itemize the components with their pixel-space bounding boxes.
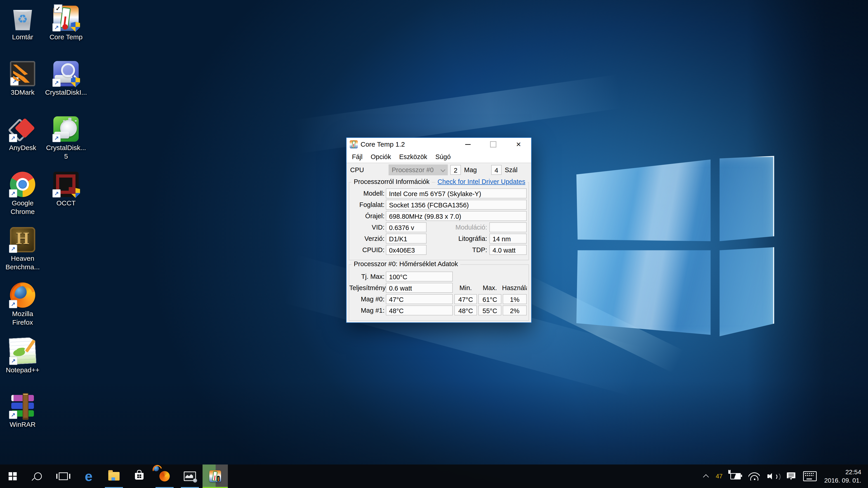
network-tray-button[interactable] <box>748 464 760 488</box>
desktop-icon-core-temp[interactable]: ✓ ↗ Core Temp <box>44 6 88 41</box>
desktop-icon-label: Mozilla Firefox <box>1 310 44 327</box>
action-center-icon <box>787 473 796 480</box>
minimize-button[interactable] <box>455 138 480 151</box>
heaven-benchmark-icon: ↗ <box>10 227 35 252</box>
close-icon: ✕ <box>516 141 521 148</box>
cpuid-value: 0x406E3 <box>386 245 427 255</box>
shortcut-arrow-icon: ↗ <box>9 411 17 419</box>
search-icon <box>34 473 42 480</box>
system-tray: 47 22:54 2016. 09. 01. <box>704 464 868 488</box>
temperature-group: Processzor #0: Hőmérséklet Adatok Tj. Ma… <box>349 264 529 321</box>
desktop-icon-heaven-benchmark[interactable]: ↗ Heaven Benchma... <box>1 227 44 271</box>
selected-checkbox-icon[interactable]: ✓ <box>54 4 62 13</box>
frequency-label: Órajel: <box>349 211 384 221</box>
chevron-up-icon <box>703 474 709 480</box>
processor-info-group-title: Processzorról Információk <box>351 178 432 186</box>
windows-start-icon <box>8 472 17 480</box>
core0-load: 1% <box>503 294 527 304</box>
desktop-icon-occt[interactable]: ↗ OCCT <box>44 172 88 207</box>
edge-icon: e <box>85 469 92 483</box>
recycle-bin-icon <box>10 6 35 31</box>
window-title: Core Temp 1.2 <box>361 140 405 148</box>
socket-value: Socket 1356 (FCBGA1356) <box>386 200 527 210</box>
desktop-icon-label: AnyDesk <box>1 143 44 152</box>
model-label: Modell: <box>349 188 384 198</box>
tjmax-label: Tj. Max: <box>349 271 384 282</box>
desktop-icon-recycle-bin[interactable]: Lomtár <box>1 6 44 41</box>
windows-logo <box>569 156 774 338</box>
uac-shield-icon <box>71 77 80 87</box>
desktop-icon-crystaldiskmark[interactable]: ↗ CrystalDisk... 5 <box>44 116 88 161</box>
start-button[interactable] <box>0 464 25 488</box>
menu-help[interactable]: Súgó <box>431 151 455 162</box>
window-controls: ✕ <box>455 138 531 151</box>
menu-options[interactable]: Opciók <box>367 151 395 162</box>
processor-select-value: Processzor #0 <box>392 166 434 173</box>
shortcut-arrow-icon: ↗ <box>53 78 61 87</box>
speaker-icon <box>767 472 779 481</box>
firefox-icon: ↗ <box>10 283 35 308</box>
shortcut-arrow-icon: ↗ <box>9 300 17 308</box>
desktop-icon-mozilla-firefox[interactable]: ↗ Mozilla Firefox <box>1 283 44 327</box>
desktop-icon-notepad-plus-plus[interactable]: ↗ Notepad++ <box>1 338 44 375</box>
firefox-taskbar-button[interactable] <box>152 464 177 488</box>
column-header-max: Max. <box>478 283 501 293</box>
desktop-screen: Lomtár ✓ ↗ Core Temp ↗ 3DMark ↗ CrystalD… <box>0 0 868 488</box>
desktop-icon-google-chrome[interactable]: ↗ Google Chrome <box>1 172 44 216</box>
store-taskbar-button[interactable] <box>127 464 152 488</box>
tdp-label: TDP: <box>431 245 487 255</box>
core1-min: 48°C <box>454 305 477 315</box>
desktop-icon-label: OCCT <box>44 199 88 207</box>
column-header-min: Min. <box>454 283 477 293</box>
action-center-button[interactable] <box>787 464 796 488</box>
tdp-value: 4.0 watt <box>489 245 527 255</box>
modulation-value <box>489 222 527 232</box>
model-value: Intel Core m5 6Y57 (Skylake-Y) <box>386 188 527 198</box>
task-view-button[interactable] <box>51 464 76 488</box>
modulation-label: Moduláció: <box>431 222 487 232</box>
maximize-button[interactable] <box>480 138 506 151</box>
search-button[interactable] <box>25 464 51 488</box>
winrar-icon: ↗ <box>10 393 35 418</box>
window-titlebar[interactable]: Core Temp 1.2 ✕ <box>346 138 531 151</box>
tray-expand-button[interactable] <box>704 464 708 488</box>
file-explorer-taskbar-button[interactable] <box>101 464 127 488</box>
desktop-icon-label: Google Chrome <box>1 199 44 216</box>
core0-min: 47°C <box>454 294 477 304</box>
tjmax-value: 100°C <box>386 271 453 282</box>
volume-tray-button[interactable] <box>767 464 779 488</box>
core-temp-taskbar-button[interactable] <box>203 464 228 488</box>
touch-keyboard-button[interactable] <box>803 464 817 488</box>
battery-tray-button[interactable] <box>730 464 741 488</box>
core-temp-tray-value[interactable]: 47 <box>716 464 722 488</box>
shortcut-arrow-icon: ↗ <box>53 23 61 31</box>
desktop-icon-label: Core Temp <box>44 33 88 41</box>
task-view-icon <box>59 473 68 480</box>
desktop-icon-label: 3DMark <box>1 88 44 97</box>
vid-label: VID: <box>349 222 384 232</box>
chrome-icon: ↗ <box>10 172 35 197</box>
taskbar-clock[interactable]: 22:54 2016. 09. 01. <box>825 468 861 485</box>
uac-shield-icon <box>71 22 80 32</box>
shortcut-arrow-icon: ↗ <box>10 77 19 86</box>
monitoring-app-icon <box>184 471 196 481</box>
close-button[interactable]: ✕ <box>506 138 531 151</box>
desktop-icon-label: Heaven Benchma... <box>1 254 44 271</box>
intel-driver-updates-link[interactable]: Check for Intel Driver Updates <box>435 178 528 186</box>
desktop-icon-3dmark[interactable]: ↗ 3DMark <box>1 61 44 97</box>
edge-taskbar-button[interactable]: e <box>76 464 101 488</box>
core-temp-app-icon[interactable] <box>350 140 358 149</box>
desktop-icon-label: CrystalDiskI... <box>44 88 88 97</box>
taskbar: e 47 <box>0 464 868 488</box>
core0-max: 61°C <box>478 294 501 304</box>
menu-tools[interactable]: Eszközök <box>395 151 431 162</box>
menu-file[interactable]: Fájl <box>348 151 367 162</box>
desktop-icon-anydesk[interactable]: ↗ AnyDesk <box>1 116 44 152</box>
desktop-icon-crystaldiskinfo[interactable]: ↗ CrystalDiskI... <box>44 61 88 97</box>
thread-count-box: 4 <box>491 165 502 175</box>
desktop-icon-winrar[interactable]: ↗ WinRAR <box>1 393 44 429</box>
processor-select[interactable]: Processzor #0 <box>389 164 448 175</box>
core1-load: 2% <box>503 305 527 315</box>
monitoring-app-taskbar-button[interactable] <box>177 464 203 488</box>
core-temp-icon: ✓ ↗ <box>53 6 79 31</box>
